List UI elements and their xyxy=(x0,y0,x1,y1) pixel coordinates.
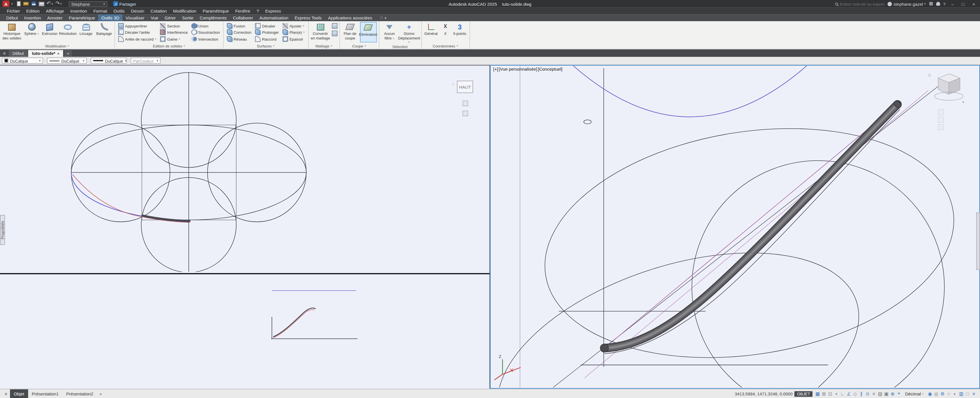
gizmo-button[interactable]: + Gizmo Déplacement ▾ xyxy=(399,22,419,44)
properties-palette-tab[interactable]: Propriétés xyxy=(0,215,5,245)
isodraft-icon[interactable]: ◇ xyxy=(852,390,858,397)
fillet-edge-button[interactable]: Arête de raccord▾ xyxy=(117,36,158,42)
object-snap-icon[interactable]: ⊙ xyxy=(864,390,871,397)
graphics-performance-icon[interactable]: ▥ xyxy=(958,390,964,397)
lineweight-dropdown[interactable]: DuCalque ▾ xyxy=(91,57,127,64)
menu-item[interactable]: Insertion xyxy=(68,8,89,14)
ribbon-tab[interactable]: Outils 3D xyxy=(98,14,123,21)
close-button[interactable]: × xyxy=(970,0,977,8)
units-dropdown[interactable]: Décimal ▾ xyxy=(904,392,925,396)
ucs-general-button[interactable]: Général xyxy=(423,22,438,42)
ribbon-collapse-button[interactable]: ▾ xyxy=(385,16,387,20)
navbar-icon[interactable] xyxy=(462,101,468,107)
filter-button[interactable]: Aucun filtre ▾ xyxy=(381,22,398,44)
object-snap-tracking-icon[interactable]: ∥ xyxy=(858,390,864,397)
app-store-icon[interactable]: ▦ xyxy=(929,1,933,6)
menu-item[interactable]: Cotation xyxy=(148,8,169,14)
workspace-dropdown[interactable]: Stephane ▾ xyxy=(68,1,108,6)
lissage-button[interactable]: Lissage xyxy=(78,22,94,42)
undo-button[interactable]: ↶▾ xyxy=(47,1,53,6)
live-section-button[interactable]: Elimination xyxy=(360,22,377,42)
file-tab-menu-icon[interactable]: ≡ xyxy=(0,49,9,57)
panel-label-coupe[interactable]: Coupe▾ xyxy=(340,43,379,49)
surface-offset-button[interactable]: Décaler xyxy=(254,22,280,29)
plotstyle-dropdown[interactable]: ParCouleur ▾ xyxy=(131,57,161,64)
chevron-down-icon[interactable]: ▾ xyxy=(11,2,13,5)
ribbon-tab[interactable]: Insertion xyxy=(21,14,45,21)
ribbon-tab[interactable]: Paramétrique xyxy=(66,14,99,21)
file-tab[interactable]: tuto-solide*× xyxy=(28,50,64,57)
ribbon-tab[interactable]: Gérer xyxy=(162,14,179,21)
menu-item[interactable]: Format xyxy=(91,8,110,14)
grid-icon[interactable]: ▦ xyxy=(815,390,821,397)
snap-mode-icon[interactable]: ⊞ xyxy=(821,390,827,397)
help-icon[interactable]: ? xyxy=(943,2,946,6)
viewport-3d[interactable]: [+] [Vue personnalisée] [Conceptuel] xyxy=(490,65,980,388)
ribbon-tab[interactable]: Express Tools xyxy=(291,14,325,21)
ucs-3points-button[interactable]: 3 3-points xyxy=(452,22,467,42)
interference-button[interactable]: Interférence xyxy=(159,29,189,35)
surface-blend-button[interactable]: Fusion xyxy=(225,22,253,29)
viewport-view-control[interactable]: [Vue personnalisée] xyxy=(499,67,537,71)
presspull-button[interactable]: Appuyer/tirer xyxy=(117,22,158,29)
transparency-icon[interactable]: ▨ xyxy=(877,390,883,397)
autocad-logo[interactable]: A xyxy=(3,1,10,7)
ribbon-tab[interactable]: Collaborer xyxy=(230,14,256,21)
ribbon-tab[interactable]: Sortie xyxy=(179,14,197,21)
menu-item[interactable]: Outils xyxy=(111,8,127,14)
menu-item[interactable]: Fenêtre xyxy=(233,8,253,14)
selection-cycling-icon[interactable]: ▣ xyxy=(883,390,889,397)
clean-screen-icon[interactable]: □ xyxy=(964,390,970,397)
close-icon[interactable]: × xyxy=(57,51,59,55)
panel-label-edition[interactable]: Edition de solides▾ xyxy=(115,43,223,49)
autoscale-icon[interactable]: ◎ xyxy=(933,390,939,397)
viewport-bottom-left[interactable] xyxy=(0,274,490,388)
menu-item[interactable]: Fichier xyxy=(4,8,22,14)
notifications-icon[interactable] xyxy=(936,2,940,6)
surface-extend-button[interactable]: Prolonger xyxy=(254,29,280,35)
annotation-visibility-icon[interactable]: ◉ xyxy=(927,390,933,397)
search-input[interactable] xyxy=(840,2,885,6)
section-button[interactable]: Section xyxy=(159,22,189,29)
menu-item[interactable]: Express xyxy=(263,8,284,14)
surface-fillet-button[interactable]: Raccord xyxy=(254,36,280,42)
collapsed-palette-tab-right[interactable] xyxy=(976,212,980,270)
viewport-top-left[interactable]: ⌂ HAUT xyxy=(0,65,490,274)
layout-tab[interactable]: Présentation1 xyxy=(28,389,63,398)
ribbon-tab[interactable]: Automatisation xyxy=(256,14,291,21)
union-button[interactable]: Union xyxy=(190,22,221,29)
convert-to-mesh-button[interactable]: Convertir en maillage xyxy=(310,22,330,42)
ribbon-tab[interactable]: Applications associées xyxy=(325,14,375,21)
solid-history-button[interactable]: Historique des solides xyxy=(2,22,22,42)
workspace-switching-icon[interactable]: ⚙ xyxy=(939,390,946,397)
linetype-dropdown[interactable]: DuCalque ▾ xyxy=(47,57,87,64)
layout-tab[interactable]: Objet xyxy=(10,389,28,398)
annotation-monitor-icon[interactable]: ○ xyxy=(946,390,952,397)
file-tab[interactable]: Début xyxy=(9,50,28,57)
add-layout-button[interactable]: + xyxy=(97,392,104,396)
osnap-3d-icon[interactable]: ⊕ xyxy=(889,390,896,397)
shell-button[interactable]: Gaine▾ xyxy=(159,36,189,42)
menu-item[interactable]: Paramétrique xyxy=(200,8,231,14)
surface-network-button[interactable]: Réseau xyxy=(225,36,253,42)
viewport-controls[interactable]: [+] [Vue personnalisée] [Conceptuel] xyxy=(493,67,562,71)
search-field[interactable] xyxy=(835,2,885,6)
ribbon-tab[interactable]: Compléments xyxy=(196,14,230,21)
surface-trim-button[interactable]: Ajuster▾ xyxy=(282,22,306,29)
home-icon[interactable]: ⌂ xyxy=(452,82,454,86)
extrusion-button[interactable]: Extrusion xyxy=(41,22,58,42)
panel-label-surfaces[interactable]: Surfaces▾ xyxy=(224,43,308,49)
share-button[interactable]: ↗ Partager xyxy=(113,1,136,6)
panel-label-selection[interactable]: Sélection xyxy=(379,45,421,49)
user-account-button[interactable]: stephane.gazel ▾ xyxy=(888,2,926,6)
surface-patch-button[interactable]: Correction xyxy=(225,29,253,35)
infer-constraints-icon[interactable]: ⊡ xyxy=(827,390,833,397)
save-icon[interactable] xyxy=(31,1,36,6)
menu-item[interactable]: ? xyxy=(254,8,261,14)
revolution-button[interactable]: Révolution xyxy=(59,22,76,42)
menu-item[interactable]: Affichage xyxy=(43,8,67,14)
ribbon-tab[interactable]: Annoter xyxy=(44,14,65,21)
ribbon-tab[interactable]: Début xyxy=(3,14,21,21)
surface-planar-button[interactable]: Plan(e)▾ xyxy=(282,29,306,35)
panel-label-modelisation[interactable]: Modélisation▾ xyxy=(0,43,115,49)
